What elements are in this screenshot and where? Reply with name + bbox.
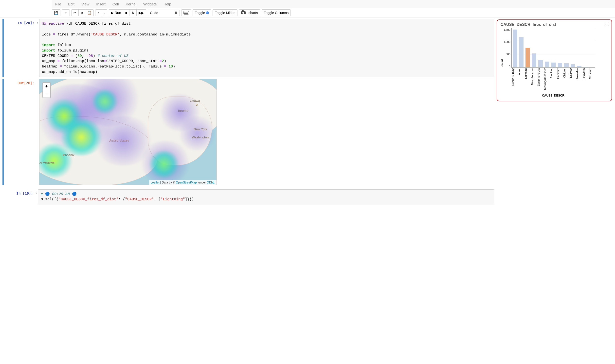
code-cell-19[interactable]: # 🔵 09:29 AM 🔵 m.sel([{"CAUSE_DESCR_fire… [38,189,494,205]
menu-view[interactable]: View [78,0,93,8]
restart-button[interactable]: ↻ [129,9,137,16]
panel-title: CAUSE_DESCR_fires_df_dist [501,22,608,27]
select-arrows-icon: ⇅ [175,11,178,15]
x-tick: Miscellaneous [531,68,537,95]
fast-forward-icon: ▶▶ [139,11,144,15]
move-down-button[interactable]: ↓ [101,9,107,16]
toggle-midas-button[interactable]: Toggle Midas [213,9,237,16]
menu-cell[interactable]: Cell [109,0,122,8]
menu-bar: File Edit View Insert Cell Kernel Widget… [52,0,615,8]
cell-19-input-row: In [19]: ▼ # 🔵 09:29 AM 🔵 m.sel([{"CAUSE… [2,189,494,205]
chart-bar[interactable] [570,64,575,67]
edit-group: ✂ ⧉ 📋 [71,9,94,16]
run-icon: ▶ [111,11,114,15]
add-cell-button[interactable]: ＋ [62,9,70,16]
x-ticks: Debris BurningArsonLightningMiscellaneou… [511,68,595,95]
y-tick: 0 [504,65,510,68]
x-tick: Missing/Undefined [543,68,550,95]
charts-button[interactable]: charts [239,9,260,16]
collapse-toggle[interactable]: ▼ [36,19,39,77]
x-tick: Equipment Use [537,68,543,95]
chart-bar[interactable] [583,66,588,67]
zoom-out-button[interactable]: – [43,90,50,98]
map-attribution: Leaflet | Data by © OpenStreetMap, under… [149,180,217,185]
menu-file[interactable]: File [52,0,65,8]
paste-button[interactable]: 📋 [85,9,94,16]
paste-icon: 📋 [87,11,91,15]
leaflet-link[interactable]: Leaflet [150,181,159,184]
collapse-toggle-output[interactable] [36,79,39,185]
command-palette-button[interactable] [181,9,191,16]
run-label: Run [115,11,121,15]
keyboard-icon [183,11,189,15]
panel-menu-button[interactable]: ••• [604,22,609,26]
toggle-button[interactable]: Toggle [193,9,211,16]
charts-label: charts [249,11,258,15]
copy-button[interactable]: ⧉ [78,9,85,16]
midas-panel: ••• CAUSE_DESCR_fires_df_dist count 1,50… [497,19,612,101]
cell-20-output-row: Out[20]: [2,79,494,185]
x-tick: Campfire [557,68,563,95]
arrow-up-icon: ↑ [97,11,99,15]
cell-type-select[interactable]: Code ⇅ [148,10,180,16]
x-tick: Fireworks [582,68,589,95]
folium-map[interactable]: United States Ottawa Toronto New York Wa… [39,79,217,185]
chart-bar[interactable] [564,63,569,67]
save-icon: 💾 [54,11,58,15]
run-button[interactable]: ▶ Run [109,9,123,16]
x-tick: Smoking [550,68,556,95]
run-group: ▶ Run ■ ↻ ▶▶ [109,9,146,16]
chart-bar[interactable] [538,60,543,67]
chart-bar[interactable] [577,66,582,67]
chart-bar[interactable] [525,48,530,67]
save-button[interactable]: 💾 [52,9,60,16]
zoom-in-button[interactable]: + [43,83,50,90]
code-cell-20[interactable]: %%reactive -df CAUSE_DESCR_fires_df_dist… [39,19,494,77]
osm-link[interactable]: OpenStreetMap [176,181,197,184]
menu-kernel[interactable]: Kernel [122,0,140,8]
arrow-down-icon: ↓ [103,11,105,15]
x-tick: Structure [589,68,595,95]
menu-insert[interactable]: Insert [93,0,109,8]
dots-icon: ••• [605,23,608,25]
x-tick: Lightning [524,68,531,95]
chart-bar[interactable] [519,37,524,67]
menu-help[interactable]: Help [160,0,175,8]
restart-icon: ↻ [131,11,134,15]
y-tick: 1,500 [504,28,510,31]
chart-bar[interactable] [551,62,556,67]
chart-bar[interactable] [544,61,549,67]
move-group: ↑ ↓ [95,9,107,16]
bar-chart[interactable]: count 1,5001,0005000 Debris BurningArson… [501,28,608,97]
chart-bar[interactable] [558,63,562,67]
plus-icon: ＋ [64,11,68,15]
chart-plot [511,28,595,68]
toggle-label: Toggle [195,11,205,15]
dot-icon [206,11,209,14]
chart-bar[interactable] [532,53,537,67]
cell-type-value: Code [150,11,158,15]
notebook: In [20]: ▼ %%reactive -df CAUSE_DESCR_fi… [0,17,497,209]
input-prompt: In [19]: [17,191,33,195]
y-axis-label: count [501,28,504,97]
zoom-control: + – [42,82,51,98]
input-prompt: In [20]: [18,21,34,25]
x-tick: Children [563,68,569,95]
stop-icon: ■ [125,11,127,15]
restart-run-all-button[interactable]: ▶▶ [136,9,146,16]
x-tick: Powerline [576,68,582,95]
menu-widgets[interactable]: Widgets [140,0,160,8]
collapse-toggle[interactable]: ▼ [35,189,38,205]
odbl-link[interactable]: ODbL [207,181,214,184]
cut-button[interactable]: ✂ [71,9,79,16]
toolbar: 💾 ＋ ✂ ⧉ 📋 ↑ ↓ ▶ Run ■ ↻ ▶▶ Code ⇅ Toggle… [0,8,615,17]
chart-bar[interactable] [512,29,517,67]
copy-icon: ⧉ [81,11,83,15]
move-up-button[interactable]: ↑ [95,9,101,16]
menu-edit[interactable]: Edit [65,0,78,8]
stop-button[interactable]: ■ [123,9,129,16]
x-tick: Arson [518,68,524,95]
toggle-columns-button[interactable]: Toggle Columns [262,9,291,16]
output-prompt: Out[20]: [18,81,34,85]
chart-bar[interactable] [590,67,595,67]
